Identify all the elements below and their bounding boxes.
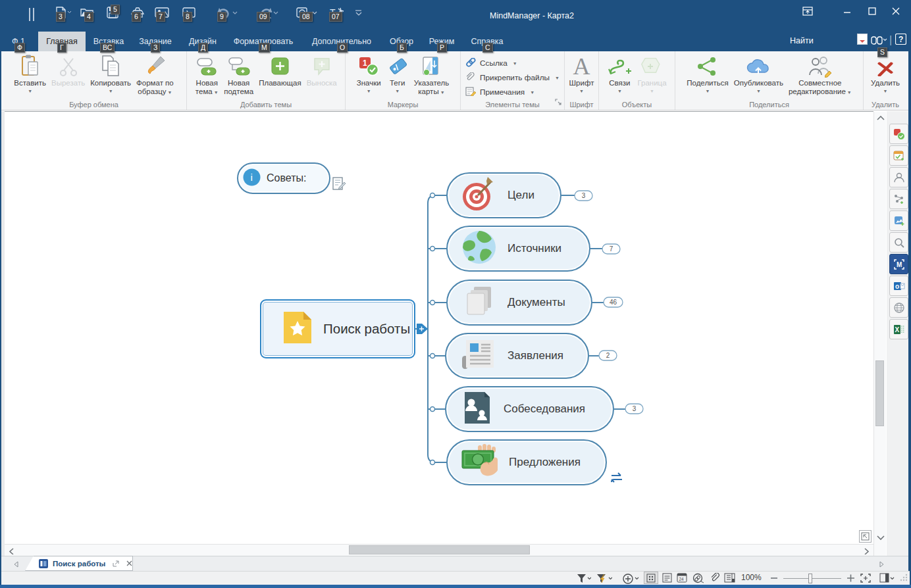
subtopic-label: Предложения (509, 456, 581, 469)
subtopic-label: Источники (508, 242, 561, 255)
info-icon: i (243, 168, 261, 189)
svg-text:i: i (251, 172, 253, 183)
subtopic-documents[interactable]: Документы (446, 280, 592, 326)
keytip-08: 08 (299, 12, 313, 22)
note-star-icon (282, 310, 313, 348)
floating-topic[interactable]: i Советы: (237, 162, 330, 194)
subtopic-label: Цели (508, 189, 534, 202)
keytip-3: 3 (56, 12, 65, 22)
keytip-5: 5 (111, 5, 120, 14)
keytip-insert: ВС (100, 43, 115, 53)
keytip-task: З (151, 43, 160, 53)
subtopic-label: Заявления (508, 349, 563, 362)
globe-icon (461, 229, 498, 269)
newspaper-icon (459, 336, 498, 376)
keytip-file: Ф (14, 43, 25, 53)
floating-topic-label: Советы: (267, 172, 306, 184)
central-topic-label: Поиск работы (323, 321, 410, 337)
central-topic[interactable]: Поиск работы (260, 299, 415, 358)
keytip-7: 7 (156, 12, 165, 22)
keytip-8: 8 (183, 12, 192, 22)
keytip-9: 9 (217, 12, 226, 22)
svg-text:3: 3 (582, 192, 586, 199)
keytip-search: S (877, 47, 887, 57)
keytip-6: 6 (132, 12, 141, 22)
interview-icon (459, 389, 494, 429)
map-overview-button[interactable] (859, 530, 872, 543)
subtopic-label: Собеседования (504, 403, 585, 416)
keytip-advanced: О (337, 43, 348, 53)
collapse-marker (417, 324, 428, 334)
keytip-view: Р (437, 43, 447, 53)
keytip-help: С (482, 43, 493, 53)
svg-text:3: 3 (633, 405, 637, 412)
subtopic-interviews[interactable]: Собеседования (445, 386, 614, 432)
relationship-icon (612, 473, 622, 482)
svg-text:2: 2 (606, 352, 610, 359)
svg-text:46: 46 (610, 299, 617, 306)
documents-icon (461, 283, 498, 323)
keytip-4: 4 (84, 12, 93, 22)
subtopic-applications[interactable]: Заявления (445, 333, 589, 379)
subtopic-goals[interactable]: Цели (446, 172, 561, 218)
keytip-home: Г (57, 43, 66, 53)
subtopic-sources[interactable]: Источники (446, 226, 590, 272)
money-icon (461, 443, 499, 483)
target-icon (461, 175, 498, 216)
keytip-design: Д (198, 43, 208, 53)
svg-text:7: 7 (610, 245, 613, 253)
subtopic-label: Документы (508, 296, 565, 309)
keytip-09: 09 (257, 12, 270, 22)
keytip-07: 07 (329, 12, 342, 22)
keytip-review: Б (397, 43, 407, 53)
subtopic-offers[interactable]: Предложения (446, 439, 607, 485)
keytip-format: М (259, 43, 270, 53)
notes-indicator-icon[interactable] (332, 176, 346, 195)
